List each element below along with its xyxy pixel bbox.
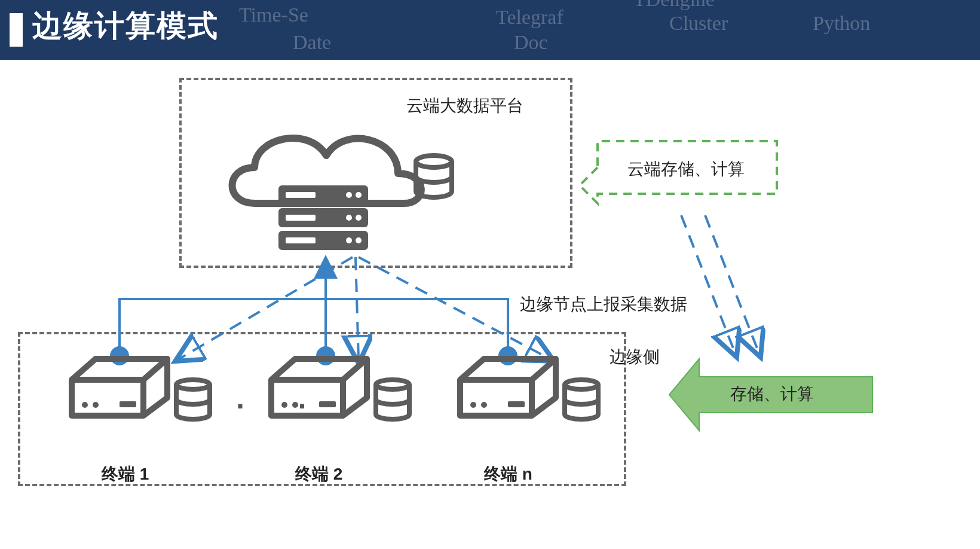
header-accent [10,13,23,47]
terminal-1-label: 终端 1 [102,463,149,486]
edge-callout-label: 存储、计算 [730,383,814,405]
slide-header: 边缘计算模式 Time-Se Date Telegraf Doc Cluster… [0,0,980,60]
terminal-2-label: 终端 2 [295,463,342,486]
svg-point-6 [356,215,362,221]
bg-word: Telegraf [496,6,564,29]
bg-word: Time-Se [239,4,308,26]
svg-point-5 [346,215,352,221]
bg-word: Doc [514,31,548,54]
terminal-n-label: 终端 n [484,463,532,486]
bg-word: Python [813,12,870,35]
svg-point-8 [356,237,362,243]
bg-word: TDengine [633,0,715,11]
bg-word: Date [293,31,331,54]
svg-line-17 [681,215,735,353]
cloud-group-icon [213,120,482,260]
svg-rect-10 [286,215,316,221]
svg-point-7 [346,237,352,243]
svg-line-18 [705,215,759,353]
cloud-box-label: 云端大数据平台 [406,94,523,117]
svg-rect-9 [286,192,316,198]
terminal-ellipsis: · · · [236,389,313,423]
edge-report-label: 边缘节点上报采集数据 [520,293,687,316]
bg-word: Cluster [669,12,728,35]
cloud-callout-label: 云端存储、计算 [627,158,745,181]
svg-point-12 [416,155,452,167]
svg-point-3 [346,192,352,198]
edge-box-label: 边缘侧 [610,346,660,368]
svg-rect-11 [286,237,316,243]
svg-point-4 [356,192,362,198]
slide-title: 边缘计算模式 [32,6,219,46]
